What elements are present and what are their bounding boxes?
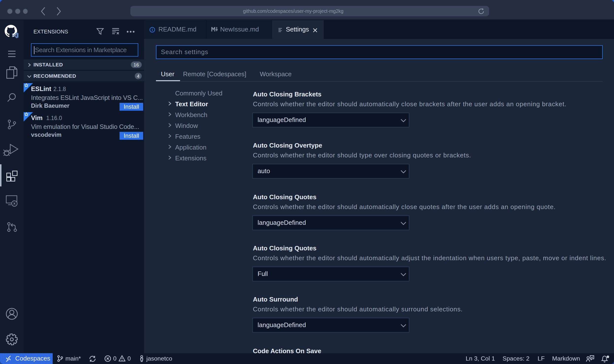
svg-text:i: i (152, 28, 153, 32)
